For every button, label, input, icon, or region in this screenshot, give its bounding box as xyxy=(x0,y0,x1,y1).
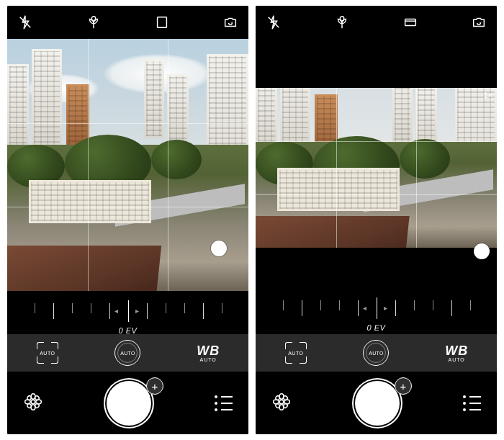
focus-mode-label: AUTO xyxy=(37,342,58,364)
ev-ruler[interactable]: ◂ ▸ 0 EV xyxy=(256,288,497,331)
bottom-dock: + xyxy=(7,372,248,434)
iso-mode-label: AUTO xyxy=(369,351,384,356)
wb-mode-label: AUTO xyxy=(197,357,220,362)
camera-screen-left: ◂ ▸ 0 EV AUTO AUTO xyxy=(7,6,248,434)
svg-point-2 xyxy=(31,400,35,404)
add-mode-button[interactable]: + xyxy=(395,377,412,395)
wb-label: WB xyxy=(197,344,220,357)
wb-mode-label: AUTO xyxy=(445,357,468,362)
exposure-knob[interactable] xyxy=(211,241,227,256)
shutter-button[interactable] xyxy=(107,381,151,426)
manual-controls-row: AUTO AUTO WB AUTO xyxy=(256,334,497,372)
white-balance-button[interactable]: WB AUTO xyxy=(179,338,237,367)
aspect-ratio-icon[interactable] xyxy=(402,14,418,30)
switch-camera-icon[interactable] xyxy=(222,14,238,30)
iso-mode-label: AUTO xyxy=(120,351,135,356)
shutter-button[interactable] xyxy=(355,381,400,426)
focus-mode-button[interactable]: AUTO xyxy=(19,338,76,367)
focus-mode-label: AUTO xyxy=(285,342,307,364)
iso-mode-button[interactable]: AUTO xyxy=(347,338,405,367)
wb-label: WB xyxy=(445,344,468,357)
svg-point-14 xyxy=(279,400,284,404)
menu-button[interactable] xyxy=(463,395,481,411)
camera-screen-right: 1× ◂ ▸ 0 EV xyxy=(256,6,497,434)
focus-mode-button[interactable]: AUTO xyxy=(267,338,325,367)
switch-camera-icon[interactable] xyxy=(471,14,487,30)
ev-ruler[interactable]: ◂ ▸ 0 EV xyxy=(7,291,248,334)
menu-button[interactable] xyxy=(215,395,233,411)
svg-rect-12 xyxy=(405,19,416,25)
top-toolbar xyxy=(7,6,248,39)
iso-mode-button[interactable]: AUTO xyxy=(99,338,156,367)
aspect-ratio-icon[interactable] xyxy=(154,14,170,30)
add-mode-button[interactable]: + xyxy=(146,377,163,395)
viewfinder[interactable]: 1× xyxy=(256,88,497,248)
top-toolbar xyxy=(256,6,497,39)
viewfinder[interactable] xyxy=(7,39,248,291)
svg-rect-1 xyxy=(158,17,167,28)
live-preview xyxy=(256,88,497,248)
macro-icon[interactable] xyxy=(86,14,102,30)
filters-icon[interactable] xyxy=(271,392,292,415)
bottom-dock: + xyxy=(256,372,497,434)
white-balance-button[interactable]: WB AUTO xyxy=(428,338,485,367)
flash-off-icon[interactable] xyxy=(266,14,282,30)
macro-icon[interactable] xyxy=(334,14,350,30)
flash-off-icon[interactable] xyxy=(17,14,33,30)
manual-controls-row: AUTO AUTO WB AUTO xyxy=(7,334,248,372)
filters-icon[interactable] xyxy=(23,392,43,415)
ev-value: 0 EV xyxy=(367,323,386,332)
exposure-knob[interactable] xyxy=(474,243,490,259)
zoom-indicator: 1× xyxy=(483,91,492,99)
